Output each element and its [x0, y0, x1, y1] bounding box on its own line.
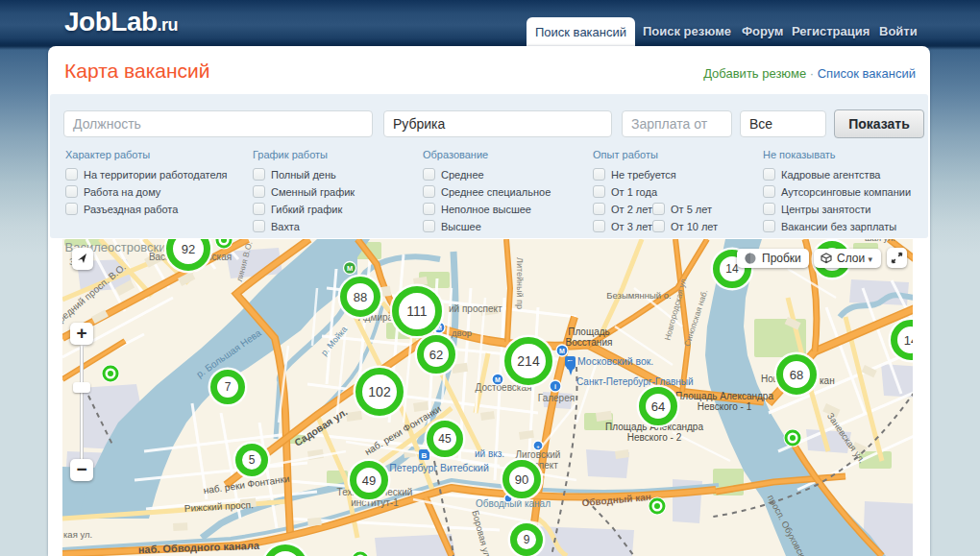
svg-text:92: 92: [182, 242, 195, 256]
svg-text:9: 9: [524, 533, 530, 546]
svg-text:68: 68: [790, 368, 803, 382]
svg-text:Литейный пр: Литейный пр: [515, 257, 525, 309]
svg-text:двор: двор: [452, 327, 472, 338]
svg-text:кан: кан: [820, 375, 835, 386]
svg-text:Площадь: Площадь: [568, 326, 610, 337]
svg-text:88: 88: [354, 290, 367, 304]
svg-text:5: 5: [249, 453, 256, 467]
svg-text:64: 64: [651, 399, 665, 414]
svg-text:шая ул.: шая ул.: [865, 239, 895, 243]
svg-text:7: 7: [225, 380, 232, 394]
svg-text:62: 62: [429, 348, 443, 362]
svg-text:Восстания: Восстания: [566, 337, 613, 348]
svg-text:i: i: [554, 383, 556, 390]
svg-text:Невского - 1: Невского - 1: [698, 401, 752, 412]
svg-text:45: 45: [438, 432, 452, 446]
svg-text:14: 14: [904, 333, 913, 348]
svg-text:111: 111: [406, 303, 427, 319]
svg-text:ий проспект: ий проспект: [449, 303, 502, 314]
svg-text:ий вкз.: ий вкз.: [475, 448, 504, 459]
svg-text:102: 102: [368, 384, 391, 399]
svg-text:В: В: [422, 451, 428, 460]
svg-text:Невского - 2: Невского - 2: [627, 432, 682, 443]
svg-text:+: +: [536, 444, 540, 449]
svg-text:Московский вок.: Московский вок.: [577, 355, 653, 367]
svg-text:Галерея: Галерея: [538, 393, 575, 403]
svg-text:214: 214: [517, 353, 540, 369]
svg-text:М: М: [559, 348, 565, 354]
svg-text:Обводный канал: Обводный канал: [476, 498, 551, 509]
svg-text:90: 90: [515, 472, 528, 487]
svg-text:Санкт-Петербург-Главный: Санкт-Петербург-Главный: [576, 376, 694, 387]
svg-text:М: М: [495, 376, 501, 383]
svg-text:Безымянный о.: Безымянный о.: [606, 290, 671, 301]
svg-text:49: 49: [362, 473, 376, 488]
svg-text:Площадь Александра: Площадь Александра: [675, 391, 773, 401]
svg-text:М: М: [347, 264, 353, 273]
svg-text:Петербург Витебский: Петербург Витебский: [389, 462, 489, 473]
svg-text:кая ул.: кая ул.: [63, 529, 92, 540]
